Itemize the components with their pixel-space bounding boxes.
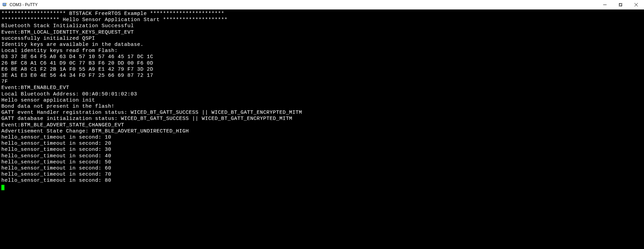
terminal-line: hello_sensor_timeout in second: 70 [1, 172, 643, 178]
svg-rect-6 [620, 3, 622, 6]
svg-rect-5 [619, 4, 622, 6]
terminal-line: Hello sensor application init [1, 97, 643, 104]
window-title: COM3 - PuTTY [10, 2, 38, 7]
terminal-line: hello_sensor_timeout in second: 30 [1, 147, 643, 153]
terminal-line: 7F [1, 79, 643, 85]
terminal-line: Bond data not present in the flash! [1, 104, 643, 110]
terminal-line: Local Bluetooth Address: 00:A0:50:01:02:… [1, 91, 643, 97]
terminal-line: hello_sensor_timeout in second: 50 [1, 159, 643, 165]
terminal-line: hello_sensor_timeout in second: 20 [1, 141, 643, 147]
terminal-line: successfully initialized QSPI [1, 36, 643, 42]
terminal-line: E6 8E A8 C1 F2 2B 1A F0 55 A9 E1 42 79 F… [1, 67, 643, 73]
terminal-line: 3E A1 E3 E0 4E 56 44 34 FD F7 25 66 69 8… [1, 73, 643, 79]
window-controls [597, 0, 644, 9]
terminal-line: hello_sensor_timeout in second: 40 [1, 153, 643, 159]
terminal-line: Bluetooth Stack Initialization Successfu… [1, 23, 643, 29]
terminal-line: 03 37 3E 64 F5 A0 63 D4 57 10 57 46 45 1… [1, 54, 643, 60]
terminal-line: ******************** BTSTACK FreeRTOS Ex… [1, 11, 643, 17]
svg-rect-1 [3, 3, 6, 5]
terminal-cursor-line [1, 184, 643, 190]
terminal-line: Advertisement State Change: BTM_BLE_ADVE… [1, 128, 643, 135]
putty-icon [2, 2, 7, 7]
terminal-line: 26 BF C8 A1 C6 41 D9 0C 77 B3 F6 20 DD 0… [1, 60, 643, 67]
svg-rect-2 [3, 6, 5, 6]
terminal-cursor [1, 185, 4, 190]
titlebar-left: COM3 - PuTTY [2, 2, 38, 7]
terminal-line: hello_sensor_timeout in second: 60 [1, 165, 643, 172]
terminal-line: GATT database initialization status: WIC… [1, 116, 643, 122]
minimize-button[interactable] [597, 0, 613, 9]
terminal-line: Event:BTM_LOCAL_IDENTITY_KEYS_REQUEST_EV… [1, 30, 643, 36]
terminal-line: Identity keys are available in the datab… [1, 42, 643, 48]
terminal-line: Event:BTM_ENABLED_EVT [1, 85, 643, 91]
maximize-button[interactable] [613, 0, 628, 9]
titlebar: COM3 - PuTTY [0, 0, 644, 10]
close-button[interactable] [628, 0, 644, 9]
terminal-line: Event:BTM_BLE_ADVERT_STATE_CHANGED_EVT [1, 122, 643, 128]
terminal-line: hello_sensor_timeout in second: 10 [1, 135, 643, 141]
terminal-line: Local identity keys read from Flash: [1, 48, 643, 54]
terminal-line: GATT event Handler registration status: … [1, 110, 643, 116]
svg-line-3 [6, 3, 7, 4]
terminal-output[interactable]: ******************** BTSTACK FreeRTOS Ex… [0, 10, 644, 249]
terminal-line: ****************** Hello Sensor Applicat… [1, 17, 643, 23]
terminal-line: hello_sensor_timeout in second: 80 [1, 178, 643, 184]
